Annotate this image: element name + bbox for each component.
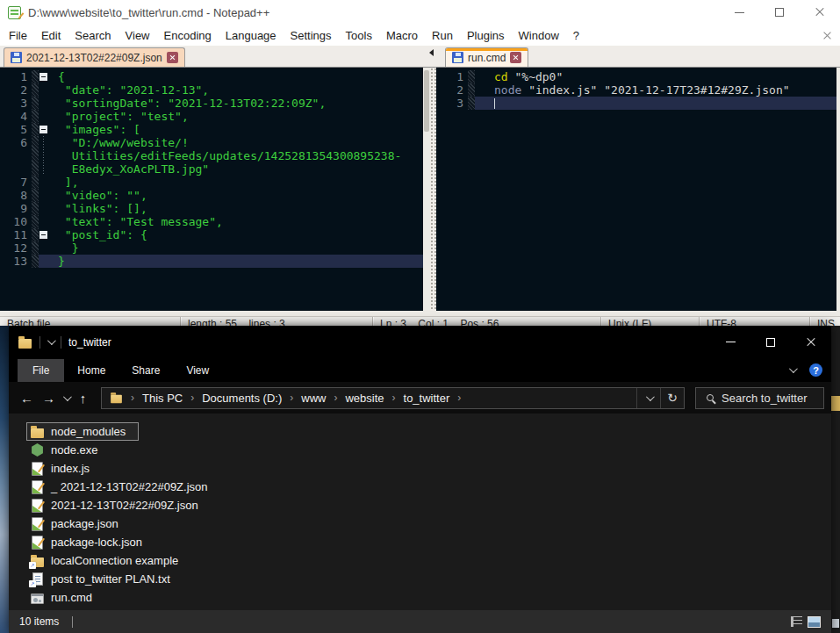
editor-line[interactable]: 2node "index.js" "2021-12-17T23#12#29Z.j… — [436, 83, 836, 97]
file-item[interactable]: index.js — [26, 459, 103, 478]
fold-margin[interactable] — [39, 123, 51, 136]
fold-margin[interactable] — [39, 70, 51, 83]
code-text: node "index.js" "2021-12-17T23#12#29Z.js… — [487, 83, 836, 97]
file-row[interactable]: node.exe — [26, 441, 831, 459]
help-icon[interactable]: ? — [809, 363, 822, 377]
back-button[interactable]: ← — [16, 386, 38, 409]
close-button[interactable] — [791, 326, 831, 358]
up-button[interactable]: ↑ — [72, 386, 94, 409]
vertical-scrollbar[interactable] — [423, 68, 430, 311]
menu-search[interactable]: Search — [68, 26, 118, 45]
fold-guide — [43, 136, 44, 176]
breadcrumb-www[interactable]: www — [294, 392, 333, 405]
quick-access-dropdown-icon[interactable] — [47, 336, 56, 345]
recent-locations-button[interactable] — [60, 395, 72, 401]
menu-plugins[interactable]: Plugins — [460, 26, 512, 45]
breadcrumb-this-pc[interactable]: This PC — [135, 392, 190, 405]
file-row[interactable]: 2021-12-13T02#22#09Z.json — [26, 496, 831, 514]
file-row[interactable]: run.cmd — [26, 588, 831, 607]
file-row[interactable]: ↗post to_twitter PLAN.txt — [26, 570, 831, 588]
tab-json-file[interactable]: 2021-12-13T02#22#09Z.json — [4, 47, 185, 67]
menu-language[interactable]: Language — [219, 26, 284, 45]
search-box[interactable] — [695, 387, 824, 409]
menu-settings[interactable]: Settings — [284, 26, 339, 45]
editor-line[interactable]: 3 — [436, 97, 836, 110]
menu-tools[interactable]: Tools — [339, 26, 379, 45]
menu-view[interactable]: View — [118, 26, 157, 45]
file-item[interactable]: 2021-12-13T02#22#09Z.json — [26, 496, 212, 514]
editor-line[interactable]: 10 "text": "Test message", — [0, 215, 423, 228]
editor-line[interactable]: 12 } — [0, 241, 423, 255]
refresh-button[interactable]: ↻ — [660, 388, 684, 408]
file-item[interactable]: package-lock.json — [26, 533, 155, 551]
editor-line[interactable]: 1cd "%~dp0" — [436, 70, 836, 83]
fold-collapse-icon[interactable] — [39, 73, 47, 81]
window-controls — [719, 0, 840, 25]
menu-run[interactable]: Run — [425, 26, 460, 45]
editor-line[interactable]: 11 "post_id": { — [0, 228, 423, 241]
fold-margin — [475, 70, 487, 83]
file-item[interactable]: package.json — [26, 514, 132, 533]
ribbon-tab-view[interactable]: View — [173, 359, 222, 382]
menu-edit[interactable]: Edit — [34, 26, 68, 45]
file-item[interactable]: run.cmd — [26, 588, 105, 607]
editor-line[interactable]: 13} — [0, 255, 423, 268]
ribbon-tab-file[interactable]: File — [18, 359, 64, 382]
breadcrumb-documents-d-[interactable]: Documents (D:) — [195, 392, 289, 405]
fold-collapse-icon[interactable] — [39, 231, 47, 239]
file-item[interactable]: ↗localConnection example — [26, 551, 191, 570]
divider — [39, 336, 40, 349]
file-item[interactable]: ↗post to_twitter PLAN.txt — [26, 570, 183, 588]
details-view-icon[interactable] — [791, 616, 802, 627]
address-bar[interactable]: ›This PC›Documents (D:)›www›website›to_t… — [101, 387, 685, 409]
file-row[interactable]: _ 2021-12-13T02#22#09Z.json — [26, 478, 831, 496]
file-row[interactable]: ↗localConnection example — [26, 551, 831, 570]
background-window-sliver — [831, 326, 840, 633]
fold-collapse-icon[interactable] — [39, 126, 47, 133]
editor-line[interactable]: 2 "date": "2021-12-13", — [0, 83, 423, 97]
editor-pane-cmd[interactable]: 1cd "%~dp0"2node "index.js" "2021-12-17T… — [436, 68, 840, 311]
file-name: post to_twitter PLAN.txt — [51, 572, 170, 586]
close-button[interactable] — [800, 0, 840, 25]
menu-macro[interactable]: Macro — [379, 26, 425, 45]
editor-line[interactable]: 9 "links": [], — [0, 202, 423, 215]
editor-line[interactable]: 6 "D:/www/website/!Utilities/editFeeds/u… — [0, 136, 423, 176]
pane-splitter[interactable] — [430, 68, 436, 311]
fold-margin[interactable] — [39, 228, 51, 241]
file-row[interactable]: index.js — [26, 459, 831, 478]
file-item[interactable]: _ 2021-12-13T02#22#09Z.json — [26, 478, 221, 496]
tab-run-cmd[interactable]: run.cmd — [445, 47, 528, 67]
menu-help[interactable]: ? — [566, 26, 586, 45]
file-row[interactable]: package-lock.json — [26, 533, 831, 551]
expand-ribbon-icon[interactable] — [789, 364, 798, 373]
file-row[interactable]: node_modules — [26, 422, 831, 441]
editor-line[interactable]: 7 ], — [0, 176, 423, 189]
close-document-icon[interactable] — [823, 32, 831, 40]
editor-line[interactable]: 8 "video": "", — [0, 189, 423, 202]
thumbnails-view-icon[interactable] — [808, 616, 821, 628]
editor-line[interactable]: 4 "project": "test", — [0, 110, 423, 123]
breadcrumb-website[interactable]: website — [338, 392, 391, 405]
minimize-button[interactable] — [710, 326, 750, 358]
editor-pane-json[interactable]: 1{2 "date": "2021-12-13",3 "sortingDate"… — [0, 68, 423, 311]
menu-window[interactable]: Window — [512, 26, 566, 45]
menu-file[interactable]: File — [2, 26, 34, 45]
maximize-button[interactable] — [750, 326, 791, 358]
minimize-button[interactable] — [719, 0, 759, 25]
tab-close-icon[interactable] — [167, 52, 178, 63]
forward-button[interactable]: → — [38, 386, 60, 409]
editor-line[interactable]: 1{ — [0, 70, 423, 83]
editor-line[interactable]: 3 "sortingDate": "2021-12-13T02:22:09Z", — [0, 97, 423, 110]
file-item[interactable]: node.exe — [26, 441, 111, 459]
address-dropdown-button[interactable] — [636, 388, 660, 408]
file-row[interactable]: package.json — [26, 514, 831, 533]
maximize-button[interactable] — [759, 0, 800, 25]
menu-encoding[interactable]: Encoding — [157, 26, 219, 45]
file-item[interactable]: node_modules — [26, 422, 139, 441]
editor-line[interactable]: 5 "images": [ — [0, 123, 423, 136]
tab-close-icon[interactable] — [510, 52, 521, 63]
ribbon-tab-home[interactable]: Home — [64, 359, 118, 382]
ribbon-tab-share[interactable]: Share — [118, 359, 173, 382]
breadcrumb-to-twitter[interactable]: to_twitter — [397, 392, 457, 405]
search-input[interactable] — [722, 392, 814, 405]
